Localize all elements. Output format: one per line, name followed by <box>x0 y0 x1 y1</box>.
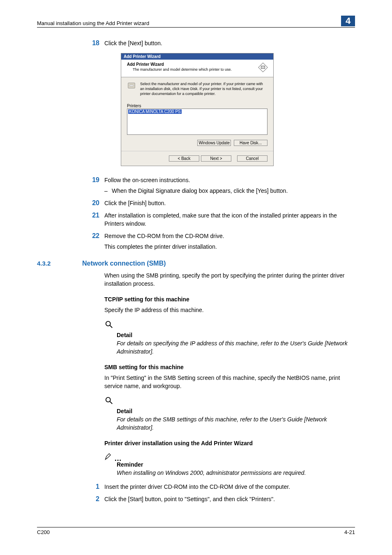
step-20: 20 Click the [Finish] button. <box>82 199 355 207</box>
step-text: Click the [Finish] button. <box>104 199 355 207</box>
wizard-header-title: Add Printer Wizard <box>127 62 232 67</box>
page-footer: C200 4-21 <box>37 527 355 535</box>
step-1: 1 Insert the printer driver CD-ROM into … <box>82 483 355 491</box>
svg-line-7 <box>110 402 113 404</box>
step-number: 20 <box>82 199 104 207</box>
have-disk-button[interactable]: Have Disk... <box>234 140 267 146</box>
chapter-badge: 4 <box>341 16 355 26</box>
svg-point-6 <box>106 398 111 402</box>
running-head: Manual installation using the Add Printe… <box>37 20 149 26</box>
tcpip-body: Specify the IP address of this machine. <box>104 306 355 314</box>
svg-rect-1 <box>261 66 265 69</box>
wizard-titlebar: Add Printer Wizard <box>121 53 273 60</box>
reminder-body: When installing on Windows 2000, adminis… <box>117 469 355 477</box>
dash-bullet: – <box>104 187 112 195</box>
next-button[interactable]: Next > <box>201 155 231 162</box>
magnifier-icon <box>104 396 355 407</box>
wizard-body: Select the manufacturer and model of you… <box>121 77 273 151</box>
reminder-label: Reminder <box>117 460 355 469</box>
disk-icon <box>127 81 137 96</box>
sub-bullet-text: When the Digital Signature dialog box ap… <box>112 187 288 195</box>
step-text: Follow the on-screen instructions. <box>104 177 190 183</box>
back-button[interactable]: < Back <box>169 155 199 162</box>
add-printer-wizard-dialog: Add Printer Wizard Add Printer Wizard Th… <box>121 53 274 166</box>
footer-left: C200 <box>37 529 50 535</box>
step-number: 1 <box>82 483 104 491</box>
detail-label: Detail <box>117 331 355 339</box>
step-text: Insert the printer driver CD-ROM into th… <box>104 483 355 491</box>
step-number: 22 <box>82 232 104 240</box>
svg-point-4 <box>106 321 111 326</box>
svg-line-5 <box>110 326 113 328</box>
completion-text: This completes the printer driver instal… <box>104 243 355 251</box>
step-number: 2 <box>82 495 104 503</box>
section-intro: When using the SMB printing, specify the… <box>104 271 355 288</box>
wizard-footer: < BackNext >Cancel <box>121 151 273 166</box>
ellipsis-icon: … <box>114 456 122 460</box>
step-number: 18 <box>82 39 104 47</box>
cancel-button[interactable]: Cancel <box>237 155 267 162</box>
section-number: 4.3.2 <box>37 260 82 267</box>
step-19: 19 Follow the on-screen instructions. – … <box>82 176 355 195</box>
wizard-instruction: Select the manufacturer and model of you… <box>140 81 267 96</box>
wizard-header-sub: The manufacturer and model determine whi… <box>133 67 232 72</box>
step-2: 2 Click the [Start] button, point to "Se… <box>82 495 355 503</box>
step-sub-bullet: – When the Digital Signature dialog box … <box>104 187 355 195</box>
step-number: 21 <box>82 211 104 228</box>
printer-selected-item[interactable]: KONICA MINOLTA C200 PS <box>128 109 182 114</box>
step-text: Remove the CD-ROM from the CD-ROM drive. <box>104 232 355 240</box>
windows-update-button[interactable]: Windows Update <box>197 140 231 146</box>
wizard-header: Add Printer Wizard The manufacturer and … <box>121 60 273 77</box>
detail-body: For details on the SMB settings of this … <box>117 415 355 432</box>
svg-point-3 <box>129 85 134 86</box>
step-22: 22 Remove the CD-ROM from the CD-ROM dri… <box>82 232 355 240</box>
printers-label: Printers <box>127 104 267 108</box>
subheading-tcpip: TCP/IP setting for this machine <box>104 295 355 303</box>
pencil-icon: … <box>104 452 355 460</box>
subheading-smb: SMB setting for this machine <box>104 363 355 371</box>
page-header: Manual installation using the Add Printe… <box>37 16 355 28</box>
step-21: 21 After installation is completed, make… <box>82 211 355 228</box>
step-text: Click the [Start] button, point to "Sett… <box>104 495 355 503</box>
smb-body: In "Print Setting" in the SMB Setting sc… <box>104 374 355 390</box>
section-title: Network connection (SMB) <box>82 260 166 267</box>
printer-icon <box>258 62 269 74</box>
detail-label: Detail <box>117 407 355 415</box>
detail-body: For details on specifying the IP address… <box>117 339 355 356</box>
printers-listbox[interactable]: KONICA MINOLTA C200 PS <box>127 109 267 135</box>
footer-right: 4-21 <box>344 529 355 535</box>
subheading-install: Printer driver installation using the Ad… <box>104 439 355 447</box>
step-number: 19 <box>82 176 104 195</box>
step-text: After installation is completed, make su… <box>104 211 355 228</box>
step-text: Click the [Next] button. <box>104 39 355 47</box>
step-18: 18 Click the [Next] button. <box>82 39 355 47</box>
magnifier-icon <box>104 320 355 331</box>
section-heading: 4.3.2 Network connection (SMB) <box>37 260 355 267</box>
